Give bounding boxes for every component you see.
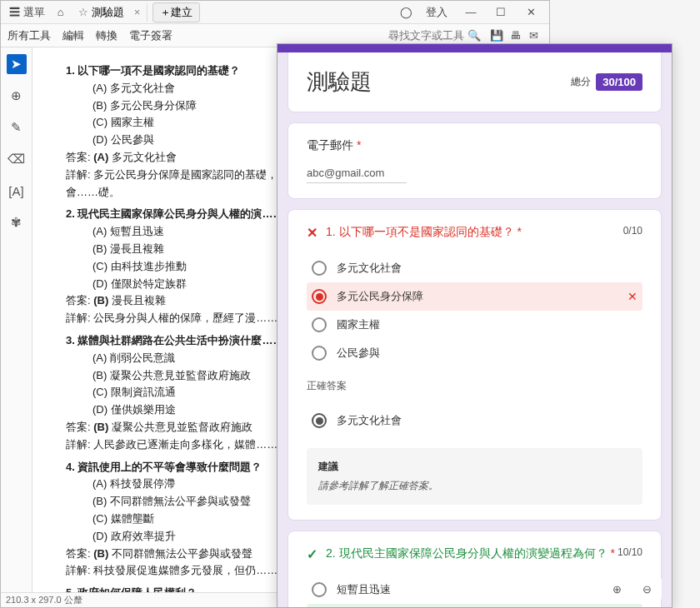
q1-opt-a[interactable]: 多元文化社會 xyxy=(307,254,642,282)
email-label: 電子郵件 * xyxy=(307,138,642,153)
email-card: 電子郵件 * abc@gmail.com xyxy=(288,122,662,199)
login-button[interactable]: 登入 xyxy=(421,3,452,22)
q1-text: 1. 以下哪一項不是國家認同的基礎？ * xyxy=(326,225,522,240)
score-wrap: 總分 30/100 xyxy=(571,73,642,91)
help-icon[interactable]: ◯ xyxy=(395,4,418,20)
new-tab-button[interactable]: ＋ 建立 xyxy=(152,2,200,22)
q2-opt-a[interactable]: 短暫且迅速 xyxy=(307,576,642,604)
menu-icon[interactable]: ☰ 選單 xyxy=(4,3,50,22)
q1-opt-c[interactable]: 國家主權 xyxy=(307,311,642,339)
q2-text: 2. 現代民主國家保障公民身分與人權的演變過程為何？ * xyxy=(326,546,615,561)
q2-opt-b[interactable]: 漫長且複雜✓ xyxy=(307,604,642,607)
save-icon[interactable]: 💾 xyxy=(488,29,506,42)
feedback-text: 請參考詳解了解正確答案。 xyxy=(318,479,631,493)
score-label: 總分 xyxy=(571,75,591,89)
wrong-mark-icon: ✕ xyxy=(628,290,638,303)
select-tool-icon[interactable]: ➤ xyxy=(7,54,27,74)
text-tool-icon[interactable]: [A] xyxy=(7,181,27,201)
erase-tool-icon[interactable]: ⌫ xyxy=(7,149,27,169)
draw-tool-icon[interactable]: ✎ xyxy=(7,117,27,137)
stamp-tool-icon[interactable]: ✾ xyxy=(7,212,27,232)
left-toolbar: ➤ ⊕ ✎ ⌫ [A] ✾ xyxy=(1,47,32,592)
correct-icon: ✓ xyxy=(307,546,318,562)
form-header-card: 測驗題 總分 30/100 xyxy=(288,52,662,112)
q1-score: 0/10 xyxy=(623,225,642,237)
zoom-tool-icon[interactable]: ⊕ xyxy=(7,86,27,106)
email-value: abc@gmail.com xyxy=(307,167,407,183)
minimize-button[interactable]: ― xyxy=(456,6,486,18)
tab-close-icon[interactable]: × xyxy=(134,6,141,18)
tab-title: 測驗題 xyxy=(92,5,124,20)
tool-all[interactable]: 所有工具 xyxy=(8,28,51,43)
tool-sign[interactable]: 電子簽署 xyxy=(129,28,172,43)
score-badge: 30/100 xyxy=(596,73,642,91)
search-box[interactable]: 尋找文字或工具 🔍 xyxy=(388,28,481,43)
correct-answer-label: 正確答案 xyxy=(307,379,642,393)
wrong-icon: ✕ xyxy=(307,225,318,241)
feedback-box: 建議 請參考詳解了解正確答案。 xyxy=(307,448,642,505)
q2-score: 10/10 xyxy=(618,546,642,558)
titlebar: ☰ 選單 ⌂ ☆ 測驗題 × ＋ 建立 ◯ 登入 ― ☐ ✕ xyxy=(1,1,549,24)
tool-edit[interactable]: 編輯 xyxy=(62,28,84,43)
form-scroll[interactable]: 測驗題 總分 30/100 電子郵件 * abc@gmail.com ✕ 1. … xyxy=(278,44,672,607)
q1-opt-d[interactable]: 公民參與 xyxy=(307,339,642,367)
form-title: 測驗題 xyxy=(307,67,372,97)
zoom-controls: ⊕ ⊖ xyxy=(602,577,662,601)
feedback-title: 建議 xyxy=(318,460,631,474)
star-icon[interactable]: ☆ xyxy=(78,6,88,18)
maximize-button[interactable]: ☐ xyxy=(486,6,516,18)
form-accent-bar xyxy=(278,44,672,52)
document-tab[interactable]: ☆ 測驗題 × xyxy=(72,3,148,22)
print-icon[interactable]: 🖶 xyxy=(506,29,524,42)
tool-convert[interactable]: 轉換 xyxy=(96,28,118,43)
zoom-out-icon[interactable]: ⊖ xyxy=(638,581,655,597)
zoom-in-icon[interactable]: ⊕ xyxy=(608,581,625,597)
form-window: 測驗題 總分 30/100 電子郵件 * abc@gmail.com ✕ 1. … xyxy=(277,43,672,608)
q1-opt-b[interactable]: 多元公民身分保障✕ xyxy=(307,282,642,311)
question-1-card: ✕ 1. 以下哪一項不是國家認同的基礎？ * 0/10 多元文化社會 多元公民身… xyxy=(288,209,662,521)
close-button[interactable]: ✕ xyxy=(516,6,546,18)
share-icon[interactable]: ✉ xyxy=(524,29,542,42)
q1-correct-opt: 多元文化社會 xyxy=(307,406,642,435)
home-icon[interactable]: ⌂ xyxy=(53,5,68,20)
page-size: 210.3 x 297.0 公釐 xyxy=(6,594,82,606)
